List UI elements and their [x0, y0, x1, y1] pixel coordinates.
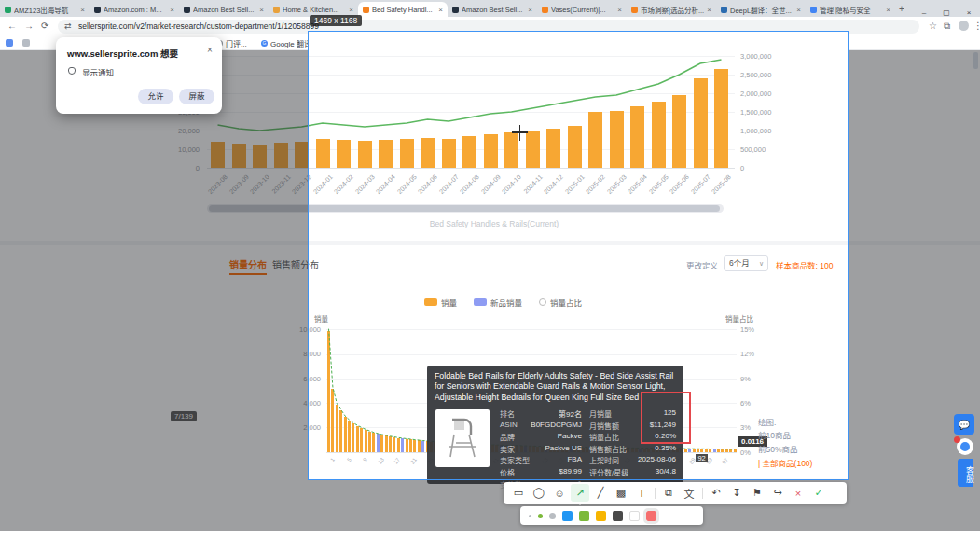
tab-close-icon[interactable]: × [796, 6, 801, 14]
snip-arrow-tool[interactable]: ↗ [571, 484, 589, 502]
kebab-menu-icon[interactable]: ⋮ [973, 21, 980, 31]
legend-销量占比[interactable]: 销量占比 [539, 297, 582, 308]
chat-widget-button[interactable]: 💬 [954, 414, 974, 435]
dim-left [0, 50, 308, 531]
legend-circle [539, 298, 546, 306]
cloud-icon [960, 442, 970, 451]
url-text: sellersprite.com/v2/market-research/cust… [78, 21, 319, 31]
popup-close-icon[interactable]: × [207, 45, 213, 55]
tab-favicon [542, 7, 548, 13]
allow-button[interactable]: 允许 [138, 89, 173, 104]
color-swatch-ffffff[interactable] [629, 511, 640, 521]
snip-text-tool[interactable]: T [632, 484, 651, 502]
axis-right-label: 销量占比 [725, 313, 753, 324]
reload-icon[interactable]: ⟳ [41, 21, 48, 31]
tooltip-key: 品牌 [500, 432, 515, 442]
snip-pin-tool[interactable]: ⚑ [748, 484, 766, 502]
tab-close-icon[interactable]: × [80, 6, 85, 14]
plot-filter-all[interactable]: | 全部商品(100) [758, 457, 812, 468]
bookmark-label: 门评... [226, 38, 247, 48]
browser-tab-5[interactable]: Amazon Best Sell...× [448, 2, 537, 17]
snip-share-tool[interactable]: ↪ [768, 484, 787, 502]
plot-filter-top10[interactable]: 前10商品 [758, 429, 791, 440]
browser-tab-9[interactable]: 管理 隐私与安全× [806, 2, 895, 17]
y-right-tick: 2,000,000 [740, 90, 771, 98]
color-swatch-4a4a4a[interactable] [613, 511, 623, 521]
snip-undo-tool[interactable]: ↶ [707, 484, 725, 502]
tab-close-icon[interactable]: × [170, 6, 174, 14]
browser-tab-7[interactable]: 市场洞察|选品分析...× [627, 2, 716, 17]
snip-rect-tool[interactable]: ▭ [509, 484, 528, 502]
screen: AMZ123出海导航×Amazon.com : M...×Amazon Best… [0, 0, 980, 552]
new-tab-button[interactable]: + [899, 4, 904, 14]
tab-favicon [184, 7, 190, 13]
snip-emoji-tool[interactable]: ☺ [550, 484, 569, 502]
tooltip-value: 第92名 [528, 408, 582, 419]
apps-icon[interactable] [6, 39, 13, 47]
period-select[interactable]: 6个月 ∨ [724, 255, 768, 271]
plot-filter-top50[interactable]: 前50%商品 [758, 443, 798, 454]
doc-bookmark-icon[interactable] [22, 39, 30, 47]
stroke-size-7[interactable] [549, 513, 556, 519]
browser-tab-1[interactable]: Amazon.com : M...× [90, 2, 179, 17]
qq-widget-button[interactable] [957, 438, 973, 455]
snip-size-label: 1469 x 1168 [310, 15, 362, 26]
snip-ellipse-tool[interactable]: ◯ [530, 484, 548, 502]
tab-close-icon[interactable]: × [438, 6, 443, 14]
sample-count: 样本商品数: 100 [776, 259, 833, 270]
tab-close-icon[interactable]: × [349, 6, 353, 14]
maximize-button[interactable]: ▢ [935, 8, 958, 17]
legend-新品销量[interactable]: 新品销量 [474, 297, 522, 308]
browser-scrollbar-thumb[interactable] [973, 52, 978, 69]
rank-tick: 1 [324, 457, 336, 471]
tooltip-key: 卖家 [500, 444, 515, 454]
tab-close-icon[interactable]: × [528, 6, 532, 14]
tooltip-key: 月销售额 [589, 421, 619, 431]
close-button[interactable]: × [958, 8, 980, 17]
snip-mosaic-tool[interactable]: ▩ [612, 484, 630, 502]
browser-tab-8[interactable]: DeepL翻译：全世...× [716, 2, 806, 17]
color-swatch-2196f3[interactable] [562, 511, 573, 521]
rank-y-right-tick: 15% [740, 325, 754, 334]
tune-icon[interactable]: ⇄ [64, 20, 72, 34]
browser-tab-2[interactable]: Amazon Best Sell...× [179, 2, 269, 17]
snip-save-tool[interactable]: ↧ [727, 484, 746, 502]
rank-tick: 89 [684, 457, 697, 471]
minimize-button[interactable]: – [913, 8, 935, 17]
color-swatch-f56e6e[interactable] [646, 511, 656, 521]
service-tab[interactable]: 客服 [958, 459, 973, 487]
snip-sticker-tool[interactable]: ⧉ [659, 484, 678, 502]
browser-tab-4[interactable]: Bed Safety Handl...× [358, 2, 448, 17]
tab-close-icon[interactable]: × [617, 6, 622, 14]
snip-translate-tool[interactable]: 文 [680, 484, 698, 502]
tab-close-icon[interactable]: × [259, 6, 264, 14]
browser-tab-0[interactable]: AMZ123出海导航× [0, 2, 90, 17]
back-icon[interactable]: ← [7, 21, 17, 31]
legend-swatch [474, 298, 487, 306]
tab-close-icon[interactable]: × [886, 6, 890, 14]
snip-confirm-tool[interactable]: ✓ [809, 484, 828, 502]
tooltip-key: 销售额占比 [589, 444, 627, 454]
browser-tab-6[interactable]: Vases(Current)|...× [537, 2, 627, 17]
snip-color-palette [520, 506, 703, 525]
avatar[interactable] [959, 21, 969, 31]
bookmark-star-icon[interactable]: ☆ [929, 21, 937, 31]
bookmark-item-1[interactable]: GGoogle 翻译 [261, 38, 311, 48]
forward-icon[interactable]: → [24, 21, 34, 31]
block-button[interactable]: 屏蔽 [179, 89, 214, 104]
legend-销量[interactable]: 销量 [424, 297, 457, 308]
tab-search-icon[interactable]: ⧉ [944, 21, 950, 32]
color-swatch-f7b500[interactable] [596, 511, 606, 521]
snip-cancel-tool[interactable]: × [789, 484, 807, 502]
snip-pen-tool[interactable]: ╱ [591, 484, 610, 502]
tab-label: 管理 隐私与安全 [820, 5, 883, 15]
change-definition-link[interactable]: 更改定义 [686, 259, 718, 270]
tab-label: Amazon.com : M... [104, 6, 167, 14]
color-swatch-7cb93a[interactable] [579, 511, 589, 521]
tab-close-icon[interactable]: × [707, 6, 711, 14]
tab-label: Vases(Current)|... [551, 6, 614, 14]
stroke-size-3[interactable] [529, 515, 531, 518]
legend-label: 新品销量 [490, 297, 522, 308]
rank-tick: 17 [389, 457, 401, 471]
stroke-size-5[interactable] [538, 514, 543, 518]
